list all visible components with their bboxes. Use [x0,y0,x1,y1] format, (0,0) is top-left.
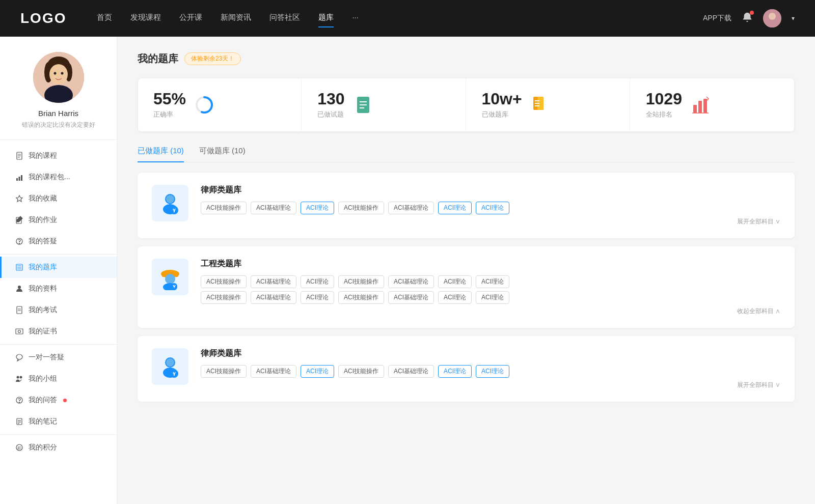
svg-point-39 [19,402,19,403]
qbank-tag[interactable]: ACI理论 [301,291,334,304]
menu-item-label: 我的收藏 [29,194,57,203]
qbank-tag[interactable]: ACI技能操作 [338,291,384,304]
qbank-tag[interactable]: ACI技能操作 [201,202,247,214]
nav-link-首页[interactable]: 首页 [97,13,112,24]
nav-link-问答社区[interactable]: 问答社区 [269,13,300,24]
qbank-tag[interactable]: ACI基础理论 [388,365,434,378]
main-content: 我的题库 体验剩余23天！ 55%正确率 130已做试题 10w+已做题库 10… [117,37,815,504]
qbank-tags-row: ACI技能操作ACI基础理论ACI理论ACI技能操作ACI基础理论ACI理论AC… [201,202,780,214]
sidebar-item-4[interactable]: 我的答疑 [0,231,117,252]
sidebar-item-2[interactable]: 我的收藏 [0,188,117,209]
stat-label: 全站排名 [646,110,682,119]
sidebar-item-3[interactable]: 我的作业 [0,209,117,231]
qbank-tag[interactable]: ACI技能操作 [201,275,247,288]
qbank-tag[interactable]: ACI基础理论 [251,202,296,214]
sidebar-menu: 我的课程我的课程包...我的收藏我的作业我的答疑我的题库我的资料我的考试我的证书… [0,145,117,458]
nav-right: APP下载 ▾ [703,9,795,27]
sidebar-item-11[interactable]: 我的问答 [0,389,117,411]
qbank-tag[interactable]: ACI理论 [476,365,509,378]
qbank-tag[interactable]: ACI基础理论 [251,365,296,378]
qbank-tag[interactable]: ACI基础理论 [388,202,434,214]
stat-label: 正确率 [153,110,186,119]
menu-item-label: 我的证书 [29,327,57,336]
navbar: LOGO 首页发现课程公开课新闻资讯问答社区题库··· APP下载 ▾ [0,0,815,37]
stat-value: 1029 [646,91,682,107]
qbank-tag[interactable]: ACI技能操作 [201,365,247,378]
sidebar-divider [0,254,117,255]
qbank-tag[interactable]: ACI基础理论 [388,275,434,288]
qbank-tag[interactable]: ACI理论 [301,202,334,214]
qbank-tag[interactable]: ACI理论 [438,202,472,214]
sidebar-item-0[interactable]: 我的课程 [0,145,117,166]
stat-icon-1 [353,95,373,115]
svg-rect-33 [16,329,23,334]
stat-value: 10w+ [482,91,522,107]
qbank-tags-row: ACI技能操作ACI基础理论ACI理论ACI技能操作ACI基础理论ACI理论AC… [201,275,780,288]
qbank-title: 律师类题库 [201,185,780,195]
sidebar-item-8[interactable]: 我的证书 [0,321,117,342]
stat-card-1: 130已做试题 [302,78,466,131]
sidebar-item-9[interactable]: 一对一答疑 [0,347,117,368]
sidebar-item-6[interactable]: 我的资料 [0,278,117,299]
qbank-tag[interactable]: ACI理论 [476,202,509,214]
svg-rect-17 [19,177,20,181]
unread-dot [63,399,67,402]
menu-item-label: 我的考试 [29,305,57,315]
svg-point-62 [166,195,174,203]
stat-label: 已做题库 [482,110,522,119]
svg-point-34 [18,330,21,333]
group-icon [15,375,23,383]
notification-bell[interactable] [742,12,753,25]
nav-links: 首页发现课程公开课新闻资讯问答社区题库··· [97,13,703,24]
sidebar-item-1[interactable]: 我的课程包... [0,166,117,188]
nav-link-新闻资讯[interactable]: 新闻资讯 [221,13,251,24]
qbank-tag[interactable]: ACI技能操作 [338,202,384,214]
logo[interactable]: LOGO [20,10,66,26]
sidebar-item-7[interactable]: 我的考试 [0,299,117,321]
expand-button-1[interactable]: 收起全部科目 ∧ [201,307,780,316]
svg-rect-59 [703,99,707,113]
qbank-tags-row: ACI技能操作ACI基础理论ACI理论ACI技能操作ACI基础理论ACI理论AC… [201,365,780,378]
qbank-tag[interactable]: ACI技能操作 [338,365,384,378]
tab-0[interactable]: 已做题库 (10) [138,146,184,162]
menu-item-label: 我的积分 [29,443,57,452]
page-title: 我的题库 [138,52,178,66]
user-avatar[interactable] [763,9,781,27]
nav-link-发现课程[interactable]: 发现课程 [130,13,161,24]
nav-link-···[interactable]: ··· [352,13,359,24]
svg-rect-30 [17,306,22,314]
expand-button-2[interactable]: 展开全部科目 ∨ [201,381,780,389]
qbank-tag[interactable]: ACI理论 [301,275,334,288]
expand-button-0[interactable]: 展开全部科目 ∨ [201,217,780,226]
svg-marker-19 [16,195,22,202]
qbank-tag[interactable]: ACI技能操作 [338,275,384,288]
svg-point-72 [166,358,174,367]
menu-item-label: 我的问答 [29,396,57,405]
qbank-tag[interactable]: ACI理论 [476,275,509,288]
page-header: 我的题库 体验剩余23天！ [138,52,795,66]
nav-link-题库[interactable]: 题库 [318,13,334,24]
qbank-tag[interactable]: ACI理论 [438,365,472,378]
nav-link-公开课[interactable]: 公开课 [179,13,202,24]
sidebar-item-10[interactable]: 我的小组 [0,368,117,389]
sidebar-item-12[interactable]: 我的笔记 [0,411,117,432]
qbank-content-0: 律师类题库ACI技能操作ACI基础理论ACI理论ACI技能操作ACI基础理论AC… [201,185,780,226]
qbank-tag[interactable]: ACI理论 [438,275,472,288]
qbank-tag[interactable]: ACI理论 [476,291,509,304]
menu-item-label: 我的作业 [29,215,57,225]
sidebar: Brian Harris 错误的决定比没有决定要好 我的课程我的课程包...我的… [0,37,117,504]
qbank-tag[interactable]: ACI理论 [438,291,472,304]
app-download-button[interactable]: APP下载 [703,14,731,23]
user-dropdown-arrow[interactable]: ▾ [792,15,795,22]
svg-point-67 [165,274,175,284]
qbank-tag[interactable]: ACI理论 [301,365,334,378]
qbank-tag[interactable]: ACI基础理论 [251,291,296,304]
sidebar-item-13[interactable]: 积我的积分 [0,437,117,458]
qbank-tag[interactable]: ACI技能操作 [201,291,247,304]
sidebar-item-5[interactable]: 我的题库 [0,257,117,278]
qbank-tag[interactable]: ACI基础理论 [251,275,296,288]
qbank-tag[interactable]: ACI基础理论 [388,291,434,304]
tab-1[interactable]: 可做题库 (10) [199,146,246,162]
qa-icon [15,396,23,404]
question-icon [15,237,23,245]
